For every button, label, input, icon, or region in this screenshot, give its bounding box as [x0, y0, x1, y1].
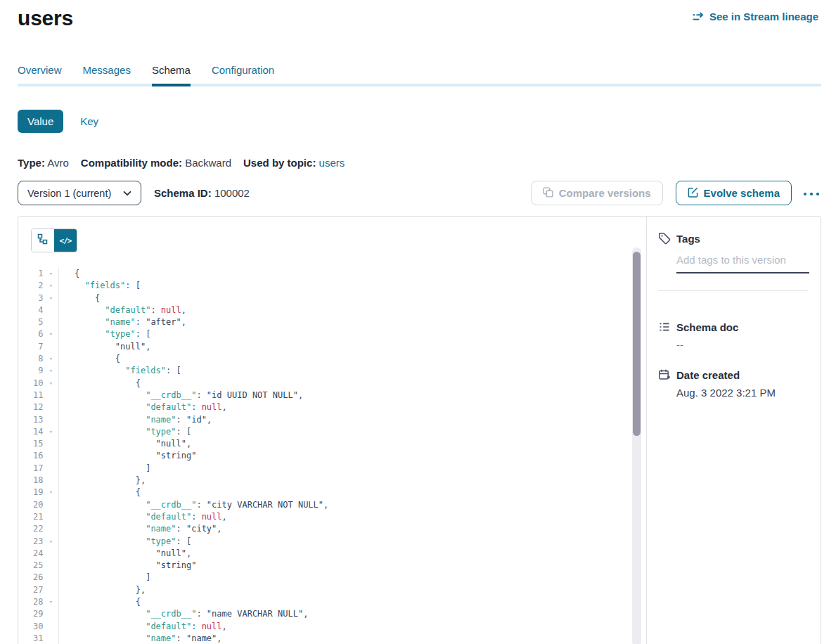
tab-messages[interactable]: Messages [83, 63, 131, 84]
schema-code-editor[interactable]: 1{2 "fields": [3 {4 "default": null,5 "n… [18, 268, 646, 644]
fold-toggle-icon[interactable] [43, 353, 58, 365]
code-text: ] [59, 572, 150, 584]
fold-toggle-icon[interactable] [43, 596, 58, 608]
fold-spacer [43, 523, 58, 535]
editor-scrollbar-thumb[interactable] [633, 252, 641, 436]
fold-spacer [43, 450, 58, 462]
line-number: 14 [18, 426, 43, 438]
date-created-section: Date created Aug. 3 2022 3:21 PM [658, 368, 808, 399]
code-text: "default": null, [59, 621, 227, 633]
line-number: 15 [18, 438, 43, 450]
code-text: "type": [ [59, 328, 150, 340]
code-text: "fields": [ [59, 365, 181, 377]
tags-input[interactable] [676, 254, 809, 273]
fold-spacer [43, 463, 58, 475]
stream-lineage-link[interactable]: See in Stream lineage [693, 11, 818, 22]
line-number: 30 [18, 621, 43, 633]
fold-toggle-icon[interactable] [43, 328, 58, 340]
fold-spacer [43, 633, 58, 644]
schema-doc-section: Schema doc -- [658, 321, 808, 351]
schema-panel: </> 1{2 "fields": [3 {4 "default": null,… [18, 216, 821, 644]
date-created-value: Aug. 3 2022 3:21 PM [676, 387, 808, 399]
line-number: 11 [18, 389, 43, 401]
fold-spacer [43, 304, 58, 316]
compare-versions-label: Compare versions [559, 187, 651, 199]
line-number: 23 [18, 536, 43, 548]
code-line: 2 "fields": [ [18, 280, 646, 292]
code-text: "default": null, [59, 304, 186, 316]
code-line: 11 "__crdb__": "id UUID NOT NULL", [18, 389, 646, 401]
compatibility-mode: Compatibility mode: Backward [81, 157, 231, 169]
version-select[interactable]: Version 1 (current) [18, 181, 141, 205]
line-number: 4 [18, 304, 43, 316]
code-text: { [59, 378, 141, 389]
code-line: 28 { [18, 596, 646, 608]
tab-configuration[interactable]: Configuration [212, 63, 274, 84]
code-line: 15 "null", [18, 438, 646, 450]
more-options-button[interactable] [802, 185, 821, 201]
schema-sidebar: Tags Schema doc -- [646, 217, 821, 644]
code-text: "name": "id", [59, 414, 212, 426]
schema-type-value: Avro [47, 157, 69, 169]
code-line: 30 "default": null, [18, 621, 646, 633]
key-toggle-button[interactable]: Key [80, 115, 98, 127]
fold-toggle-icon[interactable] [43, 536, 58, 548]
code-text: { [59, 268, 79, 280]
line-number: 29 [18, 608, 43, 620]
line-number: 31 [18, 633, 43, 644]
code-line: 1{ [18, 268, 646, 280]
evolve-schema-label: Evolve schema [704, 187, 780, 199]
line-number: 27 [18, 584, 43, 596]
fold-toggle-icon[interactable] [43, 365, 58, 377]
topic-tabs: Overview Messages Schema Configuration [18, 63, 821, 86]
compare-versions-icon [543, 187, 553, 200]
code-text: { [59, 353, 120, 365]
stream-lineage-icon [693, 12, 705, 22]
line-number: 21 [18, 511, 43, 523]
fold-toggle-icon[interactable] [43, 292, 58, 304]
code-line: 17 ] [18, 463, 646, 475]
code-line: 26 ] [18, 572, 646, 584]
code-text: "name": "city", [59, 523, 222, 535]
code-text: "name": "name", [59, 633, 222, 644]
code-line: 13 "name": "id", [18, 414, 646, 426]
editor-scrollbar [632, 247, 641, 644]
used-by-topic: Used by topic: users [243, 157, 345, 169]
line-number: 7 [18, 341, 43, 353]
tree-view-icon [37, 233, 49, 247]
line-number: 26 [18, 572, 43, 584]
fold-spacer [43, 341, 58, 353]
code-line: 19 { [18, 487, 646, 498]
code-line: 22 "name": "city", [18, 523, 646, 535]
tab-schema[interactable]: Schema [152, 63, 191, 84]
fold-toggle-icon[interactable] [43, 426, 58, 438]
topic-link[interactable]: users [319, 157, 345, 169]
used-by-topic-label: Used by topic: [243, 157, 316, 169]
code-view-button[interactable]: </> [54, 229, 77, 252]
tab-overview[interactable]: Overview [18, 63, 62, 84]
value-toggle-button[interactable]: Value [18, 110, 63, 133]
fold-spacer [43, 316, 58, 328]
stream-lineage-label: See in Stream lineage [709, 11, 818, 22]
compare-versions-button[interactable]: Compare versions [531, 181, 663, 205]
fold-spacer [43, 572, 58, 584]
fold-toggle-icon[interactable] [43, 487, 58, 498]
fold-toggle-icon[interactable] [43, 378, 58, 389]
edit-icon [688, 187, 698, 200]
ellipsis-icon [803, 188, 820, 198]
line-number: 17 [18, 463, 43, 475]
code-line: 25 "string" [18, 560, 646, 572]
line-number: 16 [18, 450, 43, 462]
tree-view-button[interactable] [32, 229, 54, 252]
evolve-schema-button[interactable]: Evolve schema [676, 181, 792, 205]
compatibility-mode-label: Compatibility mode: [81, 157, 182, 169]
code-line: 14 "type": [ [18, 426, 646, 438]
line-number: 1 [18, 268, 43, 280]
code-text: "type": [ [59, 426, 191, 438]
code-text: "default": null, [59, 401, 227, 413]
code-line: 20 "__crdb__": "city VARCHAR NOT NULL", [18, 499, 646, 511]
code-line: 10 { [18, 378, 646, 389]
compatibility-mode-value: Backward [185, 157, 231, 169]
fold-toggle-icon[interactable] [43, 280, 58, 292]
fold-toggle-icon[interactable] [43, 268, 58, 280]
